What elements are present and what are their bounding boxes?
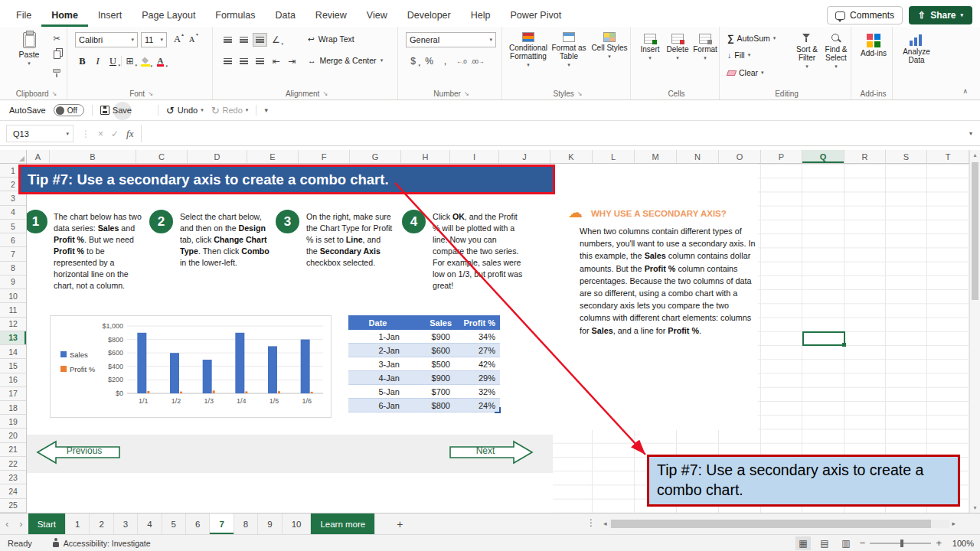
- decrease-decimal-button[interactable]: .00→: [470, 54, 485, 68]
- horizontal-scroll-thumb[interactable]: [611, 520, 931, 528]
- column-header-J[interactable]: J: [499, 150, 550, 163]
- table-cell[interactable]: $900: [407, 330, 456, 344]
- page-layout-view-icon[interactable]: ▤: [817, 536, 832, 550]
- analyze-data-button[interactable]: Analyze Data: [899, 34, 934, 64]
- ribbon-tab-developer[interactable]: Developer: [397, 3, 461, 27]
- table-cell[interactable]: 6-Jan: [348, 399, 407, 412]
- bottom-align-button[interactable]: [253, 33, 267, 47]
- sheet-tab-4[interactable]: 4: [138, 514, 162, 534]
- paste-button[interactable]: Paste ▾: [12, 32, 46, 67]
- table-cell[interactable]: 1-Jan: [348, 330, 407, 344]
- conditional-formatting-button[interactable]: Conditional Formatting ▾: [508, 32, 548, 68]
- decrease-font-size-button[interactable]: A▼: [185, 32, 199, 46]
- table-cell[interactable]: $700: [407, 385, 456, 399]
- comments-button[interactable]: Comments: [827, 6, 903, 24]
- scroll-left-icon[interactable]: ◂: [603, 520, 607, 527]
- increase-font-size-button[interactable]: A▲: [170, 32, 185, 46]
- scroll-right-icon[interactable]: ▸: [952, 520, 956, 527]
- normal-view-icon[interactable]: ▦: [795, 536, 811, 550]
- column-header-T[interactable]: T: [927, 150, 969, 163]
- font-size-select[interactable]: 11▾: [141, 32, 167, 47]
- format-cells-button[interactable]: Format ▾: [692, 34, 718, 61]
- zoom-slider[interactable]: [870, 543, 931, 544]
- underline-button[interactable]: U▾: [106, 54, 120, 68]
- addins-button[interactable]: Add-ins: [858, 34, 890, 57]
- sheet-tab-10[interactable]: 10: [283, 514, 312, 534]
- row-header-11[interactable]: 11: [0, 303, 26, 317]
- column-header-L[interactable]: L: [593, 150, 635, 163]
- collapse-ribbon-button[interactable]: ∧: [962, 87, 968, 95]
- clear-button[interactable]: Clear ▾: [727, 68, 764, 77]
- vertical-scrollbar[interactable]: ▴ ▾: [969, 150, 980, 513]
- table-header-profit-[interactable]: Profit %: [456, 315, 500, 330]
- ribbon-tab-insert[interactable]: Insert: [88, 3, 132, 27]
- column-header-D[interactable]: D: [188, 150, 247, 163]
- new-sheet-button[interactable]: +: [387, 514, 412, 534]
- zoom-out-button[interactable]: −: [860, 537, 866, 549]
- formula-input[interactable]: [141, 125, 962, 142]
- decrease-indent-button[interactable]: ⇤: [269, 54, 283, 68]
- cell-styles-button[interactable]: Cell Styles ▾: [591, 32, 628, 60]
- row-header-10[interactable]: 10: [0, 289, 26, 303]
- table-cell[interactable]: 34%: [456, 330, 500, 344]
- share-button[interactable]: ⇧ Share ▾: [909, 6, 972, 24]
- column-header-F[interactable]: F: [299, 150, 350, 163]
- customize-qat-button[interactable]: ▾: [264, 106, 268, 114]
- row-header-23[interactable]: 23: [0, 471, 26, 484]
- ribbon-tab-file[interactable]: File: [6, 3, 41, 27]
- dialog-launcher-icon[interactable]: ↘: [577, 90, 583, 97]
- sheet-tab-3[interactable]: 3: [114, 514, 138, 534]
- ribbon-tab-review[interactable]: Review: [305, 3, 357, 27]
- column-header-C[interactable]: C: [136, 150, 188, 163]
- row-header-17[interactable]: 17: [0, 387, 26, 401]
- previous-button[interactable]: Previous: [36, 439, 122, 466]
- select-all-corner[interactable]: [0, 150, 27, 164]
- sort-filter-button[interactable]: Sort & Filter ▾: [793, 33, 821, 70]
- column-header-R[interactable]: R: [844, 150, 886, 163]
- sheet-tab-learn-more[interactable]: Learn more: [311, 514, 375, 534]
- table-cell[interactable]: 32%: [456, 385, 500, 399]
- table-cell[interactable]: 42%: [456, 357, 500, 371]
- vertical-scroll-thumb[interactable]: [972, 162, 978, 300]
- selected-cell-Q13[interactable]: [802, 331, 845, 346]
- row-header-19[interactable]: 19: [0, 415, 26, 429]
- table-header-date[interactable]: Date: [348, 315, 407, 330]
- horizontal-scrollbar[interactable]: ◂ ▸: [603, 517, 956, 530]
- dialog-launcher-icon[interactable]: ↘: [148, 90, 153, 97]
- table-cell[interactable]: $800: [407, 399, 456, 412]
- previous-sheet-icon[interactable]: ‹: [0, 514, 14, 534]
- row-header-21[interactable]: 21: [0, 443, 26, 457]
- table-cell[interactable]: 29%: [456, 371, 500, 385]
- row-header-13[interactable]: 13: [0, 331, 26, 345]
- wrap-text-button[interactable]: ↩Wrap Text: [308, 34, 354, 44]
- column-header-A[interactable]: A: [27, 150, 50, 163]
- row-header-16[interactable]: 16: [0, 373, 26, 387]
- align-center-button[interactable]: [237, 54, 251, 68]
- sheet-tab-7[interactable]: 7: [210, 514, 234, 534]
- sheet-tab-2[interactable]: 2: [90, 514, 113, 534]
- undo-button[interactable]: ↺ Undo ▾: [166, 105, 204, 116]
- sales-profit-chart[interactable]: $1,000$800$600$400$200$01/11/21/31/41/51…: [50, 315, 332, 418]
- zoom-level[interactable]: 100%: [948, 539, 974, 548]
- row-header-4[interactable]: 4: [0, 206, 26, 220]
- column-header-S[interactable]: S: [886, 150, 927, 163]
- format-painter-button[interactable]: [49, 64, 64, 78]
- number-format-select[interactable]: General▾: [406, 32, 496, 47]
- table-cell[interactable]: 2-Jan: [348, 344, 407, 357]
- row-header-9[interactable]: 9: [0, 276, 26, 289]
- row-header-12[interactable]: 12: [0, 318, 26, 331]
- row-header-15[interactable]: 15: [0, 359, 26, 373]
- zoom-in-button[interactable]: +: [936, 537, 942, 549]
- ribbon-tab-help[interactable]: Help: [461, 3, 501, 27]
- merge-center-button[interactable]: ↔Merge & Center▾: [308, 56, 383, 65]
- enter-icon[interactable]: ✓: [111, 129, 119, 139]
- table-cell[interactable]: 3-Jan: [348, 357, 407, 371]
- row-header-24[interactable]: 24: [0, 484, 26, 498]
- percent-style-button[interactable]: %: [422, 54, 436, 68]
- redo-button[interactable]: ↻ Redo ▾: [211, 105, 249, 116]
- copy-button[interactable]: [49, 47, 64, 62]
- ribbon-tab-formulas[interactable]: Formulas: [205, 3, 265, 27]
- column-header-H[interactable]: H: [401, 150, 450, 163]
- font-color-button[interactable]: A▾: [153, 54, 168, 68]
- orientation-button[interactable]: ∠▾: [269, 33, 283, 47]
